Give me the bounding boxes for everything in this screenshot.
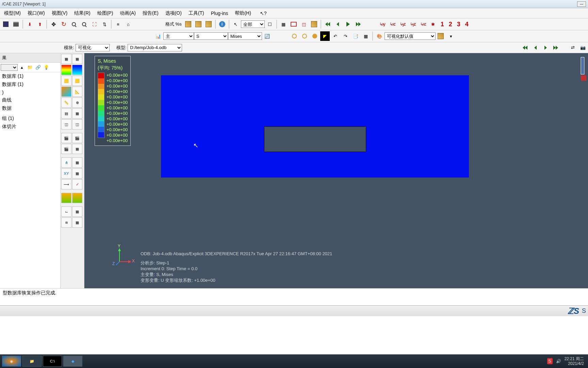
tool-cut-icon[interactable]: 📐 (72, 87, 82, 97)
view-3[interactable]: 3 (455, 21, 463, 28)
swap-icon[interactable]: ⇄ (568, 43, 577, 52)
tool-anim2-icon[interactable]: 🎬 (61, 144, 71, 154)
cube-opt-icon[interactable] (436, 31, 445, 41)
frame-prev-icon[interactable] (530, 43, 540, 52)
tool-stream-icon[interactable]: ≋ (61, 217, 71, 228)
bbox-icon[interactable] (289, 19, 298, 29)
tree-item[interactable]: 曲线 (0, 96, 60, 104)
undo-icon[interactable]: ↶ (330, 31, 340, 41)
tool-deformed-icon[interactable]: ▦ (72, 54, 82, 64)
tool-xy-icon[interactable]: XY (61, 168, 71, 179)
table-icon[interactable]: ▦ (361, 31, 371, 41)
abaqus-task[interactable]: ◆ (63, 356, 82, 367)
tool-probe-icon[interactable]: ⊕ (72, 97, 82, 108)
cycle-icon[interactable]: ⇅ (100, 19, 109, 29)
csys-1-icon[interactable]: ↳xy (377, 19, 387, 29)
arrow-select-icon[interactable]: ↖ (231, 19, 241, 29)
circle-2-icon[interactable] (300, 31, 309, 41)
circle-1-icon[interactable] (290, 31, 299, 41)
menu-animate[interactable]: 动画(A) (116, 9, 139, 18)
csys-3-icon[interactable]: ↳yz (398, 19, 407, 29)
tree-folder-icon[interactable]: 📁 (26, 64, 34, 71)
cube-3-icon[interactable] (204, 19, 213, 29)
tree-item[interactable]: ) (0, 89, 60, 96)
tray-ime-icon[interactable]: S (547, 358, 553, 364)
cube-2-icon[interactable] (194, 19, 203, 29)
tree-item[interactable]: 数据库 (1) (0, 80, 60, 89)
tool-anim-opt-icon[interactable]: 🎬 (72, 133, 82, 143)
primary-select[interactable]: 主 (163, 32, 194, 40)
parallel-icon[interactable]: ⌂ (124, 19, 133, 29)
tool-contour-icon[interactable] (61, 65, 71, 75)
tree-bulb-icon[interactable]: 💡 (43, 64, 50, 71)
rotate-icon[interactable]: ↻ (59, 19, 68, 29)
export-up-icon[interactable]: ⬆ (35, 19, 45, 29)
csys-4-icon[interactable]: ↳yz (408, 19, 418, 29)
circle-3-icon[interactable] (310, 31, 320, 41)
layers-icon[interactable]: 📑 (351, 31, 360, 41)
cmd-task[interactable]: C:\ (43, 356, 62, 367)
start-button[interactable]: ◉ (2, 356, 21, 367)
frame-first-icon[interactable] (520, 43, 530, 52)
tree-up-icon[interactable]: ▴ (18, 64, 26, 71)
tree-link-icon[interactable]: 🔗 (34, 64, 42, 71)
tree-item[interactable]: 数据库 (1) (0, 72, 60, 80)
tool-node-icon[interactable]: ⋔ (61, 157, 71, 168)
tool-overlay-icon[interactable] (61, 87, 71, 97)
view-1[interactable]: 1 (438, 21, 446, 28)
tool-animate-icon[interactable]: 🎬 (61, 133, 71, 143)
tool-path-icon[interactable]: 📏 (61, 97, 71, 108)
tool-ply-icon[interactable]: 🟨 (72, 76, 82, 86)
tree-filter-select[interactable] (1, 64, 18, 71)
tree-item[interactable]: 体切片 (0, 123, 60, 131)
viewport[interactable]: S, Mises (平均: 75%) (84, 53, 588, 288)
module-select[interactable]: 可视化 (76, 44, 110, 51)
mask-icon[interactable]: ◤ (320, 31, 330, 41)
tray-net-icon[interactable]: 🔊 (556, 359, 561, 364)
zoom-icon[interactable] (69, 19, 79, 29)
tool-layer-icon[interactable]: ▤ (61, 108, 71, 119)
menu-model[interactable]: 模型(M) (1, 9, 24, 18)
compass-triad[interactable] (580, 57, 587, 84)
tool-xy-opt-icon[interactable]: ▦ (72, 168, 82, 179)
tree-item[interactable]: 组 (1) (0, 114, 60, 123)
tool-stream-opt-icon[interactable]: ▦ (72, 217, 82, 228)
menu-plugins[interactable]: Plug-ins (208, 9, 232, 17)
zoom-box-icon[interactable] (79, 19, 89, 29)
frame-last-icon[interactable] (551, 43, 560, 52)
tool-csys-icon[interactable]: ⌙ (61, 206, 71, 217)
palette-icon[interactable]: 🎨 (375, 31, 384, 41)
tool-plot2-icon[interactable]: ✓ (72, 179, 82, 189)
step-back-icon[interactable] (333, 19, 343, 29)
explorer-task[interactable]: 📁 (22, 356, 42, 367)
tool-field2-icon[interactable] (72, 193, 82, 203)
print-icon[interactable] (11, 19, 21, 29)
info-icon[interactable]: i (217, 19, 227, 29)
variable-select[interactable]: S (194, 32, 228, 40)
pan-icon[interactable]: ✥ (49, 19, 58, 29)
dropdown-icon[interactable]: ▾ (446, 31, 456, 41)
menu-viewport[interactable]: 视口(W) (24, 9, 48, 18)
fit-icon[interactable]: ⛶ (89, 19, 99, 29)
tool-node-opt-icon[interactable]: ▦ (72, 157, 82, 168)
sel-btn1[interactable]: ☐ (265, 19, 275, 29)
play-icon[interactable] (343, 19, 353, 29)
field-output-icon[interactable]: 📊 (153, 31, 163, 41)
menu-help[interactable]: 帮助(H) (231, 9, 254, 18)
menu-view[interactable]: 视图(V) (48, 9, 71, 18)
cube-fill-icon[interactable] (309, 19, 319, 29)
tool-common-icon[interactable]: ◫ (61, 119, 71, 129)
sync-icon[interactable]: 🔄 (262, 31, 272, 41)
tool-plot-icon[interactable]: ⟶ (61, 179, 71, 189)
frame-next-icon[interactable] (541, 43, 550, 52)
view-2[interactable]: 2 (446, 21, 455, 28)
menu-plot[interactable]: 绘图(P) (94, 9, 117, 18)
tool-options-icon[interactable]: ▦ (72, 108, 82, 119)
render-style-select[interactable]: 可视化默认值 (385, 32, 436, 40)
tool-symbol-icon[interactable] (72, 65, 82, 75)
csys-2-icon[interactable]: ↳xz (388, 19, 397, 29)
tool-material-icon[interactable]: 🟨 (61, 76, 71, 86)
csys-5-icon[interactable]: ↳xz (418, 19, 428, 29)
save-icon[interactable] (1, 19, 11, 29)
csys-axis-icon[interactable]: ✱ (428, 19, 438, 29)
